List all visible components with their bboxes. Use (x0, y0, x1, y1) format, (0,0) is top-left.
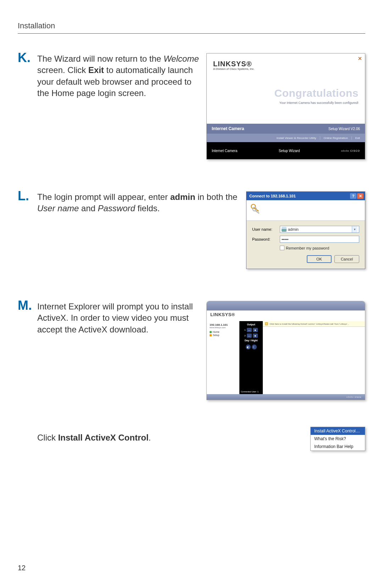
title-bar: Internet Camera Setup Wizard V2.06 (207, 124, 365, 134)
close-icon[interactable]: ✕ (357, 193, 363, 199)
day-button[interactable]: ◐ (246, 345, 251, 349)
dialog-banner (246, 200, 365, 221)
step-l-figure: Connect to 192.168.1.101 ? ✕ (246, 191, 365, 269)
browser-window: LINKSYS® 192.168.1.101 www.linksys.com H… (206, 301, 365, 400)
context-menu: Install ActiveX Control… What's the Risk… (310, 427, 365, 451)
step-m: M. Internet Explorer will prompt you to … (18, 301, 365, 400)
step-k-figure: ✕ LINKSYS® A Division of Cisco Systems, … (206, 53, 365, 159)
menu-whats-the-risk[interactable]: What's the Risk? (311, 435, 365, 443)
linksys-link[interactable]: www.linksys.com (210, 326, 237, 329)
step-k-letter: K. (18, 51, 37, 64)
exit-link[interactable]: Exit (351, 136, 360, 140)
close-icon[interactable]: ✕ (358, 56, 362, 61)
page-header: LINKSYS® (207, 310, 365, 321)
video-viewer: Click here to install the following Acti… (263, 321, 365, 394)
online-registration-link[interactable]: Online Registration (320, 136, 348, 140)
install-utility-link[interactable]: Install Viewer & Recorder Utility (277, 136, 316, 140)
username-label: User name: (252, 227, 280, 231)
action-bar: Install Viewer & Recorder Utility Online… (207, 134, 365, 142)
sidebar-item-home[interactable]: Home (210, 331, 237, 333)
output1-off-button[interactable]: ■ (253, 328, 258, 332)
username-field[interactable]: admin ▾ (280, 226, 359, 233)
user-icon (282, 227, 287, 232)
step-m2-figure: Install ActiveX Control… What's the Risk… (310, 427, 365, 451)
linksys-logo: LINKSYS® (210, 312, 361, 317)
shield-icon (265, 322, 268, 325)
menu-install-activex[interactable]: Install ActiveX Control… (311, 427, 365, 435)
sidebar-item-setup[interactable]: Setup (210, 334, 237, 336)
cisco-logo: ıılıılıı cisco (346, 396, 361, 398)
step-m-letter: M. (18, 299, 37, 312)
output2-on-button[interactable]: — (247, 334, 252, 338)
step-l: L. The login prompt will appear, enter a… (18, 191, 365, 269)
dialog-title: Connect to 192.168.1.101 (249, 194, 296, 198)
step-l-text: The login prompt will appear, enter admi… (37, 191, 246, 214)
activex-infobar[interactable]: Click here to install the following Acti… (263, 321, 365, 327)
output-label: Output (247, 323, 255, 326)
connected-users: Connected User: 1 (239, 389, 263, 394)
step-m-extra: Click Install ActiveX Control. Install A… (18, 427, 365, 451)
step-m-text: Internet Explorer will prompt you to ins… (37, 301, 206, 335)
window-chrome-top (207, 301, 365, 310)
congrats-heading: Congratulations (274, 87, 359, 99)
window-chrome-bottom: ıılıılıı cisco (207, 394, 365, 400)
keys-icon (250, 203, 262, 215)
page-number: 12 (18, 564, 26, 572)
step-k-text: The Wizard will now return to the Welcom… (37, 53, 206, 99)
login-dialog: Connect to 192.168.1.101 ? ✕ (246, 191, 365, 269)
remember-label: Remember my password (286, 246, 329, 250)
daynight-label: Day / Night (245, 339, 258, 342)
section-header: Installation (18, 21, 365, 34)
night-button[interactable]: ☾ (252, 345, 257, 349)
step-m2-text: Click Install ActiveX Control. (37, 427, 310, 443)
output2-off-button[interactable]: ■ (253, 334, 258, 338)
configured-text: Your Internet Camera has successfully be… (279, 101, 359, 105)
step-l-letter: L. (18, 190, 37, 202)
cisco-logo: ıılıılıı CISCO (341, 150, 360, 152)
password-field[interactable]: ••••• (280, 236, 359, 243)
ip-address: 192.168.1.101 (210, 323, 237, 326)
wizard-congrats-window: ✕ LINKSYS® A Division of Cisco Systems, … (206, 53, 365, 159)
output1-on-button[interactable]: — (247, 328, 252, 332)
remember-checkbox[interactable] (280, 246, 284, 250)
linksys-logo: LINKSYS® A Division of Cisco Systems, In… (213, 60, 254, 71)
password-label: Password: (252, 237, 280, 241)
sidebar: 192.168.1.101 www.linksys.com Home Setup (207, 321, 239, 394)
menu-infobar-help[interactable]: Information Bar Help (311, 443, 365, 450)
footer-bar: Internet Camera Setup Wizard ıılıılıı CI… (207, 142, 365, 159)
step-m-figure: LINKSYS® 192.168.1.101 www.linksys.com H… (206, 301, 365, 400)
control-panel: Output 1—■ 2—■ Day / Night ◐ ☾ (239, 321, 263, 394)
step-k: K. The Wizard will now return to the Wel… (18, 53, 365, 159)
help-icon[interactable]: ? (350, 193, 356, 199)
chevron-down-icon[interactable]: ▾ (352, 226, 357, 233)
cancel-button[interactable]: Cancel (334, 255, 359, 263)
dialog-titlebar: Connect to 192.168.1.101 ? ✕ (246, 192, 365, 200)
ok-button[interactable]: OK (307, 255, 332, 263)
